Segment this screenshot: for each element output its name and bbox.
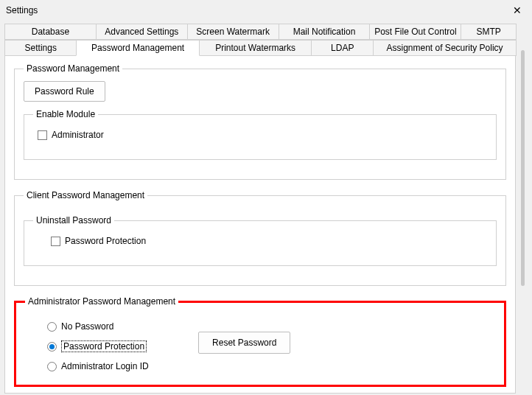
tab-password-management[interactable]: Password Management	[76, 40, 199, 56]
enable-module-legend: Enable Module	[33, 109, 98, 119]
client-password-management-group: Client Password Management Uninstall Pas…	[14, 190, 506, 286]
no-password-label: No Password	[61, 321, 113, 332]
radio-icon	[47, 362, 57, 371]
titlebar: Settings ✕	[0, 0, 532, 19]
uninstall-password-legend: Uninstall Password	[33, 215, 114, 226]
admin-login-id-radio-row[interactable]: Administrator Login ID	[47, 361, 495, 371]
password-protection-radio-label: Password Protection	[61, 340, 147, 352]
tab-printout-watermarks[interactable]: Printout Watermarks	[199, 40, 312, 56]
tab-mail-notification[interactable]: Mail Notification	[279, 24, 371, 40]
radio-icon	[47, 342, 57, 352]
reset-password-button[interactable]: Reset Password	[198, 332, 290, 354]
tab-post-file-out-control[interactable]: Post File Out Control	[369, 24, 461, 40]
tab-assignment-security-policy[interactable]: Assignment of Security Policy	[373, 40, 517, 56]
password-protection-radio-row[interactable]: Password Protection	[47, 340, 147, 352]
tab-advanced-settings[interactable]: Advanced Settings	[96, 24, 188, 40]
enable-module-group: Enable Module Administrator	[24, 109, 497, 160]
admin-pm-legend: Administrator Password Management	[25, 296, 178, 307]
tab-database[interactable]: Database	[4, 24, 97, 40]
administrator-checkbox-label: Administrator	[52, 130, 104, 140]
tab-panel: Password Management Password Rule Enable…	[4, 56, 516, 394]
tab-settings[interactable]: Settings	[4, 40, 77, 56]
tabstrip: Database Advanced Settings Screen Waterm…	[4, 24, 516, 56]
close-icon[interactable]: ✕	[508, 3, 526, 18]
password-protection-checkbox-label: Password Protection	[65, 236, 146, 246]
password-management-legend: Password Management	[24, 63, 122, 74]
scrollbar-thumb[interactable]	[521, 50, 525, 286]
checkbox-icon	[38, 130, 47, 140]
admin-password-management-group: Administrator Password Management No Pas…	[14, 296, 506, 387]
no-password-radio-row[interactable]: No Password	[47, 321, 495, 332]
radio-icon	[47, 322, 57, 332]
password-management-group: Password Management Password Rule Enable…	[14, 63, 506, 180]
checkbox-icon	[51, 237, 60, 246]
scrollbar[interactable]	[519, 24, 528, 394]
password-rule-button[interactable]: Password Rule	[24, 81, 105, 102]
uninstall-password-group: Uninstall Password Password Protection	[24, 215, 497, 266]
tab-smtp[interactable]: SMTP	[461, 24, 517, 40]
client-pm-legend: Client Password Management	[24, 190, 147, 200]
tab-screen-watermark[interactable]: Screen Watermark	[187, 24, 279, 40]
password-protection-checkbox-row[interactable]: Password Protection	[51, 236, 487, 246]
admin-login-id-label: Administrator Login ID	[61, 361, 149, 371]
tab-ldap[interactable]: LDAP	[311, 40, 374, 56]
administrator-checkbox-row[interactable]: Administrator	[38, 130, 487, 140]
window-title: Settings	[6, 5, 38, 15]
